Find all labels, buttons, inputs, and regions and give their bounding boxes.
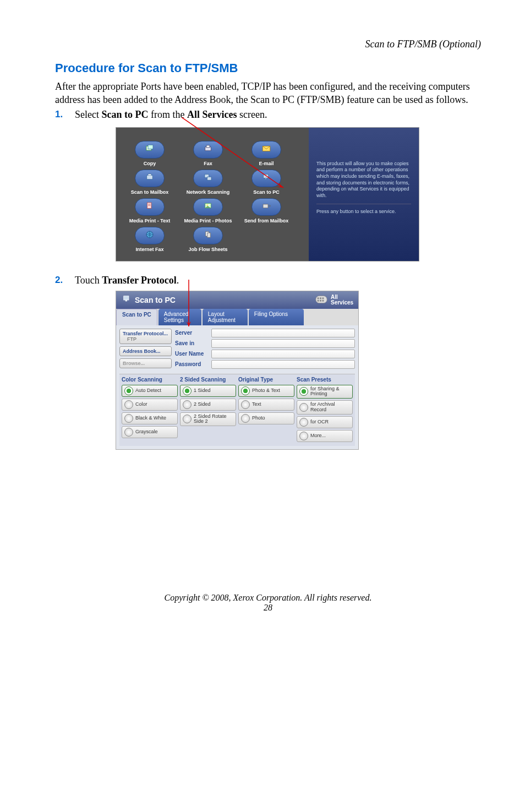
svg-rect-25: [318, 297, 319, 299]
send-mailbox-icon: [260, 201, 272, 213]
opt-photo[interactable]: Photo: [238, 412, 294, 424]
media-text-icon: [144, 201, 156, 213]
fax-icon: [202, 144, 214, 156]
scan-pc-tabs: Scan to PC Advanced Settings Layout Adju…: [116, 309, 358, 325]
tab-filing-options[interactable]: Filing Options: [249, 309, 304, 325]
radio-icon: [299, 387, 308, 396]
internet-fax-icon: [144, 230, 156, 242]
transfer-protocol-button[interactable]: Transfer Protocol... FTP: [119, 329, 172, 344]
svg-rect-28: [318, 299, 319, 301]
step-2-post: .: [177, 275, 179, 286]
svg-rect-26: [320, 297, 321, 299]
step-1-bold1: Scan to PC: [101, 109, 148, 120]
address-book-button[interactable]: Address Book...: [119, 346, 172, 356]
svg-rect-27: [322, 297, 324, 299]
page-header-breadcrumb: Scan to FTP/SMB (Optional): [55, 39, 481, 50]
opt-1sided-label: 1 Sided: [194, 388, 211, 394]
browse-button[interactable]: Browse...: [119, 358, 172, 368]
service-scan-to-pc[interactable]: Scan to PC: [238, 170, 294, 195]
section-title: Procedure for Scan to FTP/SMB: [55, 61, 481, 75]
service-network-scan[interactable]: Network Scanning: [180, 170, 236, 195]
service-media-photos-label: Media Print - Photos: [180, 218, 236, 224]
field-username-input[interactable]: [211, 350, 355, 358]
service-scan-mailbox[interactable]: Scan to Mailbox: [122, 170, 178, 195]
radio-icon: [241, 386, 250, 395]
service-copy[interactable]: Copy: [122, 141, 178, 166]
tab-layout-adjustment[interactable]: Layout Adjustment: [203, 309, 248, 325]
step-1-bold2: All Services: [187, 109, 237, 120]
field-savein-input[interactable]: [211, 339, 355, 348]
opt-2sided[interactable]: 2 Sided: [180, 399, 236, 411]
mailbox-icon: [144, 172, 156, 184]
service-email[interactable]: E-mail: [238, 141, 294, 166]
svg-rect-3: [148, 145, 153, 149]
radio-icon: [299, 403, 308, 412]
col-sided-head: 2 Sided Scanning: [180, 377, 236, 383]
opt-auto-detect-label: Auto Detect: [135, 388, 161, 394]
svg-rect-9: [264, 174, 269, 178]
step-1: 1. Select Scan to PC from the All Servic…: [55, 109, 481, 121]
service-job-flow[interactable]: Job Flow Sheets: [180, 227, 236, 252]
opt-auto-detect[interactable]: Auto Detect: [122, 385, 178, 397]
opt-photo-text[interactable]: Photo & Text: [238, 385, 294, 397]
col-preset-head: Scan Presets: [297, 377, 353, 383]
opt-archival[interactable]: for Archival Record: [297, 400, 353, 415]
radio-icon: [124, 386, 133, 395]
step-2-number: 2.: [55, 275, 75, 286]
opt-more[interactable]: More...: [297, 430, 353, 442]
svg-rect-22: [124, 296, 129, 300]
opt-ocr[interactable]: for OCR: [297, 416, 353, 428]
service-copy-label: Copy: [122, 161, 178, 166]
service-fax-label: Fax: [180, 161, 236, 166]
opt-color[interactable]: Color: [122, 399, 178, 411]
opt-more-label: More...: [310, 433, 326, 439]
step-1-mid: from the: [148, 109, 187, 120]
field-server-input[interactable]: [211, 329, 355, 337]
scan-pc-title-text: Scan to PC: [135, 296, 176, 304]
opt-photo-text-label: Photo & Text: [252, 388, 280, 394]
opt-grayscale[interactable]: Grayscale: [122, 426, 178, 438]
opt-archival-label: for Archival Record: [310, 402, 350, 413]
opt-sharing[interactable]: for Sharing & Printing: [297, 385, 353, 399]
footer-page-number: 28: [55, 603, 481, 613]
field-username-label: User Name: [175, 351, 208, 357]
opt-2sided-label: 2 Sided: [194, 402, 211, 407]
opt-text[interactable]: Text: [238, 399, 294, 411]
service-job-flow-label: Job Flow Sheets: [180, 247, 236, 252]
svg-rect-29: [320, 299, 321, 301]
service-internet-fax-label: Internet Fax: [122, 247, 178, 252]
svg-rect-23: [125, 300, 127, 301]
scan-to-pc-title-icon: [122, 295, 132, 305]
radio-icon: [124, 400, 133, 409]
field-password-input[interactable]: [211, 360, 355, 369]
copy-icon: [144, 144, 156, 156]
svg-rect-16: [263, 204, 268, 208]
step-2-pre: Touch: [75, 275, 102, 286]
opt-bw[interactable]: Black & White: [122, 412, 178, 424]
all-services-icon[interactable]: [315, 295, 327, 305]
services-grid: Copy Fax E-mail Scan to Mailbox: [116, 128, 309, 261]
service-send-mailbox[interactable]: Send from Mailbox: [238, 198, 294, 224]
svg-rect-10: [265, 178, 267, 179]
all-services-label[interactable]: All Services: [331, 295, 353, 306]
opt-2sided-rotate[interactable]: 2 Sided Rotate Side 2: [180, 412, 236, 427]
service-internet-fax[interactable]: Internet Fax: [122, 227, 178, 252]
field-password-label: Password: [175, 361, 208, 367]
step-1-number: 1.: [55, 109, 75, 120]
opt-sharing-label: for Sharing & Printing: [310, 386, 350, 397]
svg-rect-19: [207, 233, 211, 237]
service-media-photos[interactable]: Media Print - Photos: [180, 198, 236, 224]
transfer-protocol-label: Transfer Protocol...: [123, 331, 168, 336]
radio-icon: [299, 418, 308, 427]
service-fax[interactable]: Fax: [180, 141, 236, 166]
opt-1sided[interactable]: 1 Sided: [180, 385, 236, 397]
service-media-text[interactable]: Media Print - Text: [122, 198, 178, 224]
radio-icon: [299, 432, 308, 440]
tab-advanced-settings[interactable]: Advanced Settings: [158, 309, 201, 325]
services-info-text2: Press any button to select a service.: [316, 209, 411, 215]
intro-paragraph: After the appropriate Ports have been en…: [55, 80, 481, 107]
all-services-screenshot: Copy Fax E-mail Scan to Mailbox: [116, 127, 481, 261]
svg-point-15: [206, 204, 208, 206]
tab-scan-to-pc[interactable]: Scan to PC: [116, 309, 157, 325]
media-photos-icon: [202, 201, 214, 213]
